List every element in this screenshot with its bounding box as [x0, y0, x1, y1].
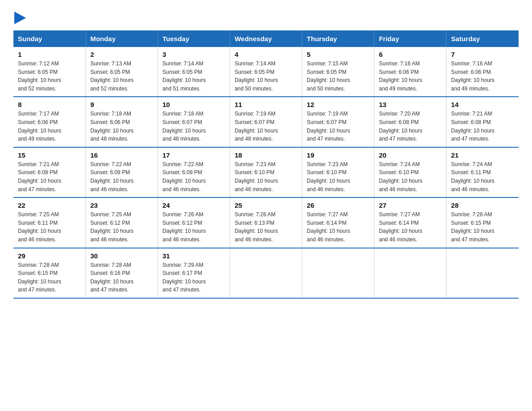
calendar-cell: 3 Sunrise: 7:14 AMSunset: 6:05 PMDayligh… [158, 47, 230, 97]
calendar-cell: 4 Sunrise: 7:14 AMSunset: 6:05 PMDayligh… [230, 47, 302, 97]
day-info: Sunrise: 7:25 AMSunset: 6:11 PMDaylight:… [18, 211, 61, 243]
calendar-cell: 1 Sunrise: 7:12 AMSunset: 6:05 PMDayligh… [13, 47, 86, 97]
calendar-cell: 21 Sunrise: 7:24 AMSunset: 6:11 PMDaylig… [446, 147, 519, 197]
calendar-cell [302, 248, 374, 298]
day-number: 22 [18, 201, 81, 209]
day-number: 3 [163, 51, 225, 58]
day-info: Sunrise: 7:19 AMSunset: 6:07 PMDaylight:… [235, 111, 278, 142]
day-number: 17 [163, 151, 225, 159]
day-number: 8 [18, 101, 81, 108]
calendar-header-row: SundayMondayTuesdayWednesdayThursdayFrid… [13, 30, 519, 47]
day-info: Sunrise: 7:23 AMSunset: 6:10 PMDaylight:… [235, 161, 278, 193]
header-tuesday: Tuesday [158, 30, 230, 47]
calendar-cell: 24 Sunrise: 7:26 AMSunset: 6:12 PMDaylig… [158, 197, 230, 248]
calendar-cell: 16 Sunrise: 7:22 AMSunset: 6:09 PMDaylig… [86, 147, 158, 197]
day-number: 9 [90, 101, 153, 108]
day-number: 23 [90, 201, 153, 209]
logo-arrow-icon [14, 12, 26, 24]
day-number: 31 [163, 252, 225, 260]
day-info: Sunrise: 7:21 AMSunset: 6:08 PMDaylight:… [451, 111, 494, 142]
day-number: 13 [379, 101, 442, 108]
day-info: Sunrise: 7:15 AMSunset: 6:05 PMDaylight:… [307, 60, 350, 92]
calendar-week-row: 29 Sunrise: 7:28 AMSunset: 6:15 PMDaylig… [13, 248, 519, 298]
day-info: Sunrise: 7:29 AMSunset: 6:17 PMDaylight:… [163, 262, 206, 293]
header-thursday: Thursday [302, 30, 374, 47]
day-number: 6 [379, 51, 442, 58]
day-number: 7 [451, 51, 514, 58]
day-info: Sunrise: 7:27 AMSunset: 6:14 PMDaylight:… [307, 211, 350, 243]
calendar-cell: 29 Sunrise: 7:28 AMSunset: 6:15 PMDaylig… [13, 248, 86, 298]
day-number: 12 [307, 101, 369, 108]
calendar-table: SundayMondayTuesdayWednesdayThursdayFrid… [13, 30, 519, 299]
calendar-cell [374, 248, 446, 298]
day-info: Sunrise: 7:16 AMSunset: 6:06 PMDaylight:… [451, 60, 494, 92]
day-info: Sunrise: 7:23 AMSunset: 6:10 PMDaylight:… [307, 161, 350, 193]
calendar-week-row: 8 Sunrise: 7:17 AMSunset: 6:06 PMDayligh… [13, 97, 519, 147]
calendar-cell: 19 Sunrise: 7:23 AMSunset: 6:10 PMDaylig… [302, 147, 374, 197]
calendar-cell: 10 Sunrise: 7:18 AMSunset: 6:07 PMDaylig… [158, 97, 230, 147]
day-number: 20 [379, 151, 442, 159]
day-number: 16 [90, 151, 153, 159]
day-number: 28 [451, 201, 514, 209]
calendar-cell: 7 Sunrise: 7:16 AMSunset: 6:06 PMDayligh… [446, 47, 519, 97]
day-info: Sunrise: 7:14 AMSunset: 6:05 PMDaylight:… [235, 60, 278, 92]
logo [13, 13, 26, 22]
header-wednesday: Wednesday [230, 30, 302, 47]
calendar-cell: 28 Sunrise: 7:28 AMSunset: 6:15 PMDaylig… [446, 197, 519, 248]
calendar-cell: 6 Sunrise: 7:16 AMSunset: 6:06 PMDayligh… [374, 47, 446, 97]
calendar-cell: 30 Sunrise: 7:28 AMSunset: 6:16 PMDaylig… [86, 248, 158, 298]
day-info: Sunrise: 7:27 AMSunset: 6:14 PMDaylight:… [379, 211, 422, 243]
day-number: 29 [18, 252, 81, 260]
day-info: Sunrise: 7:16 AMSunset: 6:06 PMDaylight:… [379, 60, 422, 92]
day-number: 5 [307, 51, 369, 58]
calendar-cell: 12 Sunrise: 7:19 AMSunset: 6:07 PMDaylig… [302, 97, 374, 147]
day-number: 26 [307, 201, 369, 209]
day-number: 25 [235, 201, 297, 209]
calendar-cell: 15 Sunrise: 7:21 AMSunset: 6:08 PMDaylig… [13, 147, 86, 197]
day-number: 30 [90, 252, 153, 260]
calendar-cell: 11 Sunrise: 7:19 AMSunset: 6:07 PMDaylig… [230, 97, 302, 147]
calendar-cell: 17 Sunrise: 7:22 AMSunset: 6:09 PMDaylig… [158, 147, 230, 197]
day-info: Sunrise: 7:22 AMSunset: 6:09 PMDaylight:… [90, 161, 134, 193]
calendar-cell: 31 Sunrise: 7:29 AMSunset: 6:17 PMDaylig… [158, 248, 230, 298]
calendar-cell [230, 248, 302, 298]
day-info: Sunrise: 7:28 AMSunset: 6:16 PMDaylight:… [90, 262, 134, 293]
day-info: Sunrise: 7:24 AMSunset: 6:10 PMDaylight:… [379, 161, 422, 193]
calendar-cell: 5 Sunrise: 7:15 AMSunset: 6:05 PMDayligh… [302, 47, 374, 97]
day-info: Sunrise: 7:26 AMSunset: 6:13 PMDaylight:… [235, 211, 278, 243]
day-number: 21 [451, 151, 514, 159]
day-info: Sunrise: 7:12 AMSunset: 6:05 PMDaylight:… [18, 60, 61, 92]
day-info: Sunrise: 7:17 AMSunset: 6:06 PMDaylight:… [18, 111, 61, 142]
calendar-cell: 14 Sunrise: 7:21 AMSunset: 6:08 PMDaylig… [446, 97, 519, 147]
calendar-cell: 9 Sunrise: 7:18 AMSunset: 6:06 PMDayligh… [86, 97, 158, 147]
calendar-cell: 13 Sunrise: 7:20 AMSunset: 6:08 PMDaylig… [374, 97, 446, 147]
calendar-cell: 8 Sunrise: 7:17 AMSunset: 6:06 PMDayligh… [13, 97, 86, 147]
calendar-cell: 25 Sunrise: 7:26 AMSunset: 6:13 PMDaylig… [230, 197, 302, 248]
day-info: Sunrise: 7:22 AMSunset: 6:09 PMDaylight:… [163, 161, 206, 193]
day-number: 1 [18, 51, 81, 58]
svg-marker-0 [14, 12, 26, 24]
calendar-cell: 18 Sunrise: 7:23 AMSunset: 6:10 PMDaylig… [230, 147, 302, 197]
calendar-week-row: 15 Sunrise: 7:21 AMSunset: 6:08 PMDaylig… [13, 147, 519, 197]
day-number: 2 [90, 51, 153, 58]
day-number: 15 [18, 151, 81, 159]
day-info: Sunrise: 7:20 AMSunset: 6:08 PMDaylight:… [379, 111, 422, 142]
day-info: Sunrise: 7:21 AMSunset: 6:08 PMDaylight:… [18, 161, 61, 193]
day-info: Sunrise: 7:18 AMSunset: 6:06 PMDaylight:… [90, 111, 134, 142]
day-number: 18 [235, 151, 297, 159]
day-info: Sunrise: 7:28 AMSunset: 6:15 PMDaylight:… [451, 211, 494, 243]
day-info: Sunrise: 7:19 AMSunset: 6:07 PMDaylight:… [307, 111, 350, 142]
calendar-cell: 23 Sunrise: 7:25 AMSunset: 6:12 PMDaylig… [86, 197, 158, 248]
day-info: Sunrise: 7:18 AMSunset: 6:07 PMDaylight:… [163, 111, 206, 142]
header-sunday: Sunday [13, 30, 86, 47]
header-monday: Monday [86, 30, 158, 47]
day-number: 14 [451, 101, 514, 108]
day-info: Sunrise: 7:28 AMSunset: 6:15 PMDaylight:… [18, 262, 61, 293]
day-info: Sunrise: 7:24 AMSunset: 6:11 PMDaylight:… [451, 161, 494, 193]
calendar-week-row: 22 Sunrise: 7:25 AMSunset: 6:11 PMDaylig… [13, 197, 519, 248]
day-info: Sunrise: 7:26 AMSunset: 6:12 PMDaylight:… [163, 211, 206, 243]
day-number: 4 [235, 51, 297, 58]
day-info: Sunrise: 7:14 AMSunset: 6:05 PMDaylight:… [163, 60, 206, 92]
calendar-cell: 20 Sunrise: 7:24 AMSunset: 6:10 PMDaylig… [374, 147, 446, 197]
day-number: 19 [307, 151, 369, 159]
